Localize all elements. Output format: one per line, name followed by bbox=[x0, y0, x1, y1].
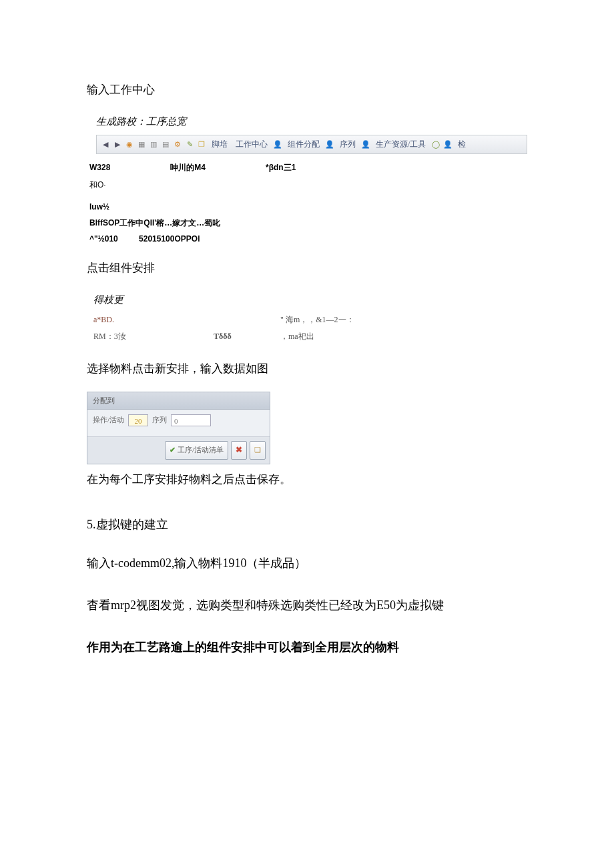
text-biffsop: BIffSOP工作中QII'榕…嫁才文…蜀叱 bbox=[89, 218, 220, 228]
cell-rm3: RM：3汝 bbox=[93, 330, 214, 344]
section-5-line1: 输入t-codemm02,输入物料1910（半成品） bbox=[87, 550, 527, 577]
label-sequence: 序列 bbox=[152, 414, 167, 427]
para-click-component: 点击组件安排 bbox=[87, 258, 527, 279]
sap-toolbar: ◀ ▶ ◉ ▦ ▥ ▤ ⚙ ✎ ❐ 脚培 工作中心 👤 组件分配 👤 序列 👤 … bbox=[96, 135, 527, 155]
ok-button[interactable]: ✔ 工序/活动清单 bbox=[165, 441, 228, 460]
cancel-button[interactable]: ✖ bbox=[231, 441, 247, 460]
user-icon-2: 👤 bbox=[325, 139, 334, 149]
cell-ma: ，ma祀出 bbox=[280, 330, 380, 344]
code-520: 52015100OPPOl bbox=[139, 234, 200, 244]
cell-abd: a*BD. bbox=[93, 313, 214, 328]
table-block: 得枝更 a*BD. " 海m，，&1—2一： RM：3汝 Tδδδ ，ma祀出 bbox=[93, 291, 527, 346]
cell-hai: " 海m，，&1—2一： bbox=[280, 313, 380, 328]
toolbar-sequence[interactable]: 序列 bbox=[337, 137, 358, 152]
user-icon-4: 👤 bbox=[443, 139, 452, 149]
toolbar-workcenter[interactable]: 工作中心 bbox=[233, 137, 270, 152]
text-he: 和O· bbox=[89, 180, 106, 189]
data-block-1: W328 呻川的M4 *βdn三1 和O· Iuw½ BIffSOP工作中QII… bbox=[89, 161, 527, 246]
cell-tdd: Tδδδ bbox=[214, 330, 280, 344]
table-header: 得枝更 bbox=[93, 291, 527, 309]
toolbar-icon-3[interactable]: ▥ bbox=[149, 139, 158, 149]
intro-line-1: 输入工作中心 bbox=[87, 80, 527, 101]
toolbar-icon-2[interactable]: ▦ bbox=[137, 139, 146, 149]
caption-generate-routing: 生成路校：工序总宽 bbox=[96, 113, 527, 131]
x-icon: ✖ bbox=[236, 443, 242, 458]
assign-dialog: 分配到 操作/活动 20 序列 0 ✔ 工序/活动清单 ✖ ❏ bbox=[87, 392, 270, 464]
text-iuw: Iuw½ bbox=[89, 202, 109, 211]
toolbar-label-unknown[interactable]: 脚培 bbox=[209, 137, 230, 152]
code-010: ^"½010 bbox=[89, 234, 118, 244]
toolbar-check[interactable]: 检 bbox=[455, 137, 469, 152]
para-save: 在为每个工序安排好物料之后点击保存。 bbox=[87, 470, 527, 490]
toolbar-resource[interactable]: 生产资源/工具 bbox=[373, 137, 428, 152]
nav-next-icon[interactable]: ▶ bbox=[113, 139, 122, 149]
cell-empty1 bbox=[214, 313, 280, 328]
check-mark-icon: ✔ bbox=[170, 444, 176, 457]
section-5-line2: 杳看mrp2视图发觉，选购类型和特殊选购类性已经改为E50为虚拟键 bbox=[87, 592, 527, 619]
input-operation[interactable]: 20 bbox=[128, 414, 148, 426]
toolbar-icon-5[interactable]: ⚙ bbox=[173, 139, 182, 149]
toolbar-icon-6[interactable]: ✎ bbox=[185, 139, 194, 149]
toolbar-icon-1[interactable]: ◉ bbox=[125, 139, 134, 149]
label-operation: 操作/活动 bbox=[93, 414, 124, 427]
para-select-material: 选择物料点击新安排，输入数据如图 bbox=[87, 359, 527, 380]
code-w328: W328 bbox=[89, 161, 110, 175]
dialog-title: 分配到 bbox=[87, 392, 270, 410]
nav-prev-icon[interactable]: ◀ bbox=[101, 139, 110, 149]
user-icon-3: 👤 bbox=[361, 139, 370, 149]
toolbar-component[interactable]: 组件分配 bbox=[285, 137, 322, 152]
toolbar-icon-4[interactable]: ▤ bbox=[161, 139, 170, 149]
page-icon: ❏ bbox=[254, 444, 261, 457]
desc-m4: 呻川的M4 bbox=[170, 161, 206, 175]
check-icon[interactable]: ◯ bbox=[431, 139, 440, 149]
user-icon-1: 👤 bbox=[273, 139, 282, 149]
section-5-title: 5.虚拟键的建立 bbox=[87, 514, 527, 535]
section-5-line3: 作用为在工艺路逾上的组件安排中可以着到全用层次的物料 bbox=[87, 635, 527, 659]
code-bdn: *βdn三1 bbox=[266, 161, 296, 175]
ok-button-label: 工序/活动清单 bbox=[178, 444, 224, 457]
toolbar-icon-7[interactable]: ❐ bbox=[197, 139, 206, 149]
list-button[interactable]: ❏ bbox=[250, 441, 266, 460]
input-sequence[interactable]: 0 bbox=[171, 414, 211, 426]
